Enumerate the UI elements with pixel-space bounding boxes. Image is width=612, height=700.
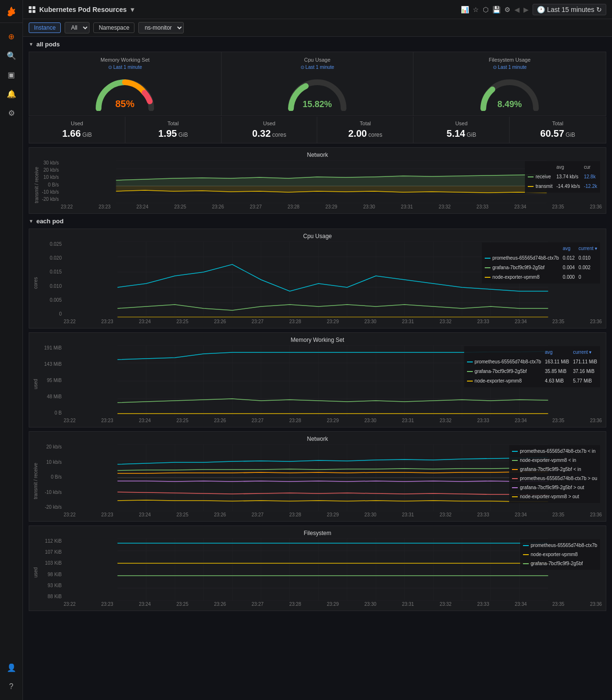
stat-fs-total-label: Total [552,120,563,126]
network-yaxis-label: transmit / receive [33,160,40,209]
sidebar-help[interactable]: ? [4,679,19,694]
svg-text:85%: 85% [115,98,134,109]
topbar: Kubernetes Pod Resources ▾ 📊 ☆ ⬡ 💾 ⚙ ◀ ▶… [23,0,612,19]
topbar-actions: 📊 ☆ ⬡ 💾 ⚙ ◀ ▶ 🕐 Last 15 minutes ↻ [461,4,606,15]
sidebar-settings[interactable]: ⚙ [4,105,19,120]
pod-mem-legend: avgcurrent ▾ prometheus-65565d74b8-ctx7b… [464,346,600,387]
pod-net-chart-wrapper: prometheus-65565d74b8-ctx7b < in node-ex… [64,444,602,517]
fs-gauge-time: ⊙ Last 1 minute [493,65,527,70]
stat-mem-used-value: 1.66GiB [62,128,92,139]
all-pods-network-area: transmit / receive 30 kb/s 20 kb/s 10 kb… [33,160,602,209]
pod-cpu-yaxis: 0.0250.0200.0150.0100.0050 [40,241,64,324]
pod-fs-chart-wrapper: prometheus-65565d74b8-ctx7b node-exporte… [64,538,602,607]
memory-gauge-svg: 85% [91,73,158,111]
all-select[interactable]: All [65,22,89,33]
network-yaxis: 30 kb/s 20 kb/s 10 kb/s 0 B/s -10 kb/s -… [40,160,61,209]
network-chart-svg [61,160,602,203]
each-pod-header[interactable]: ▼ each pod [29,218,606,225]
stat-cpu-total: Total 2.00cores [317,117,413,143]
clock-icon: 🕐 [537,6,545,13]
stat-mem-used-label: Used [71,120,83,126]
pod-memory-chart-area: used 191 MiB143 MiB95 MiB48 MiB0 B [33,345,602,423]
all-pods-network-title: Network [33,152,602,158]
pod-cpu-ylabel: cores [33,241,40,324]
stat-cpu-used-value: 0.32cores [252,128,286,139]
memory-gauge-title: Memory Working Set [100,57,150,63]
prev-icon[interactable]: ◀ [514,6,520,13]
pod-mem-yaxis: 191 MiB143 MiB95 MiB48 MiB0 B [40,345,64,423]
pod-fs-chart-area: used 112 KiB107 KiB103 KiB98 KiB93 KiB88… [33,538,602,607]
stat-fs-total: Total 60.57GiB [510,117,606,143]
topbar-title-area: Kubernetes Pod Resources ▾ [29,6,461,13]
each-pod-collapse-icon: ▼ [29,219,33,224]
cpu-gauge-title: Cpu Usage [304,57,330,63]
save-icon[interactable]: 💾 [492,6,501,13]
title-dropdown-icon[interactable]: ▾ [131,6,134,13]
svg-text:15.82%: 15.82% [302,99,332,109]
pod-net-xaxis: 23:2223:2323:2423:2523:2623:2723:2823:29… [64,512,602,517]
dashboard-title: Kubernetes Pod Resources [39,6,127,13]
sidebar: ⊕ 🔍 ▣ 🔔 ⚙ 👤 ? [0,0,23,700]
network-legend: avgcur receive 13.74 kb/s 12.8k transmit… [525,161,600,193]
time-picker[interactable]: 🕐 Last 15 minutes ↻ [533,4,606,15]
all-pods-section: ▼ all pods Memory Working Set ⊙ Last 1 m… [29,41,606,214]
stats-row: Used 1.66GiB Total 1.95GiB Used 0.32core… [29,117,606,143]
stat-mem-total-label: Total [167,120,178,126]
pod-memory-panel: Memory Working Set used 191 MiB143 MiB95… [29,332,606,427]
network-chart-wrapper: avgcur receive 13.74 kb/s 12.8k transmit… [61,160,602,209]
refresh-icon[interactable]: ↻ [596,6,602,13]
instance-filter-btn[interactable]: Instance [29,22,61,33]
cpu-gauge-container: 15.82% [284,73,351,111]
stat-cpu-total-value: 2.00cores [348,128,382,139]
all-pods-header[interactable]: ▼ all pods [29,41,606,48]
stat-cpu-used: Used 0.32cores [222,117,318,143]
ns-monitor-select[interactable]: ns-monitor [138,22,184,33]
app-logo[interactable] [0,0,23,23]
chart-icon[interactable]: 📊 [461,6,469,13]
star-icon[interactable]: ☆ [473,6,479,13]
sidebar-user[interactable]: 👤 [4,660,19,675]
filterbar: Instance All Namespace ns-monitor [23,19,612,37]
fs-gauge-svg: 8.49% [476,73,543,111]
pod-network-panel: Network transmit / receive 20 kb/s10 kb/… [29,431,606,522]
pod-fs-xaxis: 23:2223:2323:2423:2523:2623:2723:2823:29… [64,602,602,607]
all-pods-label: all pods [36,41,60,48]
fs-gauge-container: 8.49% [476,73,543,111]
sidebar-alerts[interactable]: 🔔 [4,86,19,101]
sidebar-dashboards[interactable]: ▣ [4,67,19,82]
svg-text:8.49%: 8.49% [498,99,522,109]
pod-cpu-chart-wrapper: avgcurrent ▾ prometheus-65565d74b8-ctx7b… [64,241,602,324]
sidebar-search[interactable]: 🔍 [4,48,19,63]
grid-icon [29,6,35,13]
cpu-gauge-panel: Cpu Usage ⊙ Last 1 minute 15.82% [222,52,414,116]
stat-fs-used: Used 5.14GiB [413,117,510,143]
pod-cpu-xaxis: 23:2223:2323:2423:2523:2623:2723:2823:29… [64,319,602,324]
pod-net-ylabel: transmit / receive [33,444,40,517]
share-icon[interactable]: ⬡ [483,6,489,13]
network-xaxis: 23:2223:2323:2423:2523:2623:2723:2823:29… [61,204,602,209]
pod-mem-xaxis: 23:2223:2323:2423:2523:2623:2723:2823:29… [64,418,602,423]
pod-fs-ylabel: used [33,538,40,607]
settings-icon[interactable]: ⚙ [504,6,511,13]
memory-gauge-container: 85% [91,73,158,111]
gauge-row: Memory Working Set ⊙ Last 1 minute [29,52,606,116]
stat-mem-used: Used 1.66GiB [29,117,125,143]
stat-fs-used-value: 5.14GiB [446,128,476,139]
pod-filesystem-title: Filesystem [33,530,602,536]
svg-marker-10 [116,175,547,186]
collapse-icon: ▼ [29,42,33,47]
pod-network-chart-area: transmit / receive 20 kb/s10 kb/s0 B/s-1… [33,444,602,517]
pod-cpu-panel: Cpu Usage cores 0.0250.0200.0150.0100.00… [29,229,606,328]
pod-memory-title: Memory Working Set [33,337,602,343]
pod-cpu-chart-area: cores 0.0250.0200.0150.0100.0050 [33,241,602,324]
stat-cpu-used-label: Used [263,120,276,126]
next-icon[interactable]: ▶ [523,6,529,13]
each-pod-section: ▼ each pod Cpu Usage cores 0.0250.0200.0… [29,218,606,611]
pod-cpu-legend: avgcurrent ▾ prometheus-65565d74b8-ctx7b… [482,242,600,284]
pod-net-yaxis: 20 kb/s10 kb/s0 B/s-10 kb/s-20 kb/s [40,444,64,517]
pod-net-legend: prometheus-65565d74b8-ctx7b < in node-ex… [509,445,600,503]
sidebar-home[interactable]: ⊕ [4,29,19,44]
stat-fs-total-value: 60.57GiB [540,128,575,139]
namespace-filter-btn[interactable]: Namespace [93,22,134,33]
cpu-gauge-svg: 15.82% [284,73,351,111]
